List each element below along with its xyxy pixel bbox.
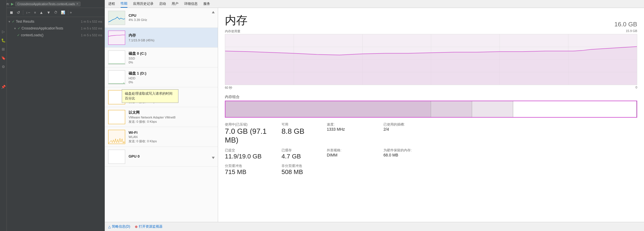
sort-button[interactable]: ≡	[33, 10, 37, 15]
eth2-name: 以太网	[129, 110, 214, 115]
disk0-name: 磁盘 0 (C:)	[129, 51, 214, 56]
composition-label: 内存组合	[225, 94, 637, 99]
run-icon: ▶	[11, 2, 14, 6]
tree-item-results[interactable]: ▼ ✓ Test Results 1 m 5 s 532 ms	[0, 18, 105, 25]
wifi-name: Wi-Fi	[129, 130, 214, 135]
stat-paged-label: 分页缓冲池	[225, 164, 282, 168]
ide-side-strip: ▷ 🐛 ⊞ 🔖 ⚙ 📌	[0, 0, 7, 231]
run-tab-label: CrossdressApplicationTests.contextLoads	[17, 2, 75, 6]
ide-test-tree: ▼ ✓ Test Results 1 m 5 s 532 ms ▼ ✓ Cros…	[0, 17, 105, 231]
stat-hw-label: 为硬件保留的内存:	[383, 148, 440, 153]
summary-info-label: 简略信息(D)	[112, 224, 130, 229]
gpu-mini-chart	[108, 150, 125, 164]
side-icon-run[interactable]: ▷	[1, 28, 6, 35]
stat-committed: 已提交 11.9/19.0 GB	[225, 148, 282, 160]
nav-history[interactable]: 应用历史记录	[133, 0, 153, 7]
list-item-memory[interactable]: 内存 7.1/15.9 GB (45%)	[105, 28, 218, 48]
disk0-mini-chart	[108, 50, 125, 65]
nav-processes[interactable]: 进程	[108, 0, 115, 7]
stat-slots-label: 已使用的插槽:	[383, 122, 440, 127]
stat-speed-value: 1333 MHz	[327, 127, 383, 132]
chart-bottom-row: 60 秒 0	[225, 86, 637, 90]
wifi-sub: WLAN	[129, 135, 214, 139]
stop-button[interactable]: ⏹	[8, 10, 14, 15]
scroll-down-arrow[interactable]	[211, 155, 216, 161]
comp-seg-3	[472, 101, 513, 117]
side-icon-pin[interactable]: 📌	[0, 84, 7, 90]
chart-label-right: 15.9 GB	[626, 29, 637, 33]
stat-in-use-label: 使用中(已压缩)	[225, 122, 282, 127]
wifi-mini-chart	[108, 130, 125, 144]
nav-startup[interactable]: 启动	[159, 0, 166, 7]
side-icon-debug[interactable]: 🐛	[0, 37, 7, 44]
run-tab[interactable]: CrossdressApplicationTests.contextLoads …	[15, 2, 80, 6]
list-item-disk0[interactable]: 磁盘 0 (C:) SSD 0%	[105, 48, 218, 67]
up-button[interactable]: ▲	[38, 10, 44, 15]
stat-committed-label: 已提交	[225, 148, 282, 153]
chart-button[interactable]: 📊	[60, 10, 66, 15]
side-icon-structure[interactable]: ⊞	[1, 46, 6, 52]
detail-header: 内存 16.0 GB	[225, 12, 637, 28]
nav-performance[interactable]: 性能	[121, 0, 127, 8]
stat-available-label: 可用	[282, 122, 327, 127]
scroll-up-arrow[interactable]	[211, 10, 216, 16]
side-icon-bookmark[interactable]: 🔖	[0, 55, 7, 61]
disk1-tooltip: 磁盘处理读取或写入请求的时间百分比	[122, 89, 178, 103]
stat-paged-value: 715 MB	[225, 168, 282, 176]
chart-label-left: 内存使用量	[225, 29, 240, 33]
nav-details[interactable]: 详细信息	[184, 0, 198, 7]
tree-label: Test Results	[16, 20, 34, 24]
stat-cached-label: 已缓存	[282, 148, 327, 153]
tree-duration: 1 m 5 s 532 ms	[81, 20, 102, 23]
taskmanager-panel: 进程 性能 应用历史记录 启动 用户 详细信息 服务 CPU 4% 3.39 G…	[105, 0, 644, 231]
close-icon[interactable]: ✕	[76, 2, 78, 5]
resource-monitor-icon: ⊕	[135, 225, 138, 229]
svg-rect-5	[108, 110, 125, 124]
svg-marker-9	[212, 157, 215, 159]
memory-info: 内存 7.1/15.9 GB (45%)	[129, 33, 214, 43]
stat-hw-reserved: 为硬件保留的内存: 68.0 MB	[383, 148, 440, 160]
comp-seg-2	[431, 101, 472, 117]
detail-title: 内存	[225, 12, 248, 28]
gpu-name: GPU 0	[129, 154, 214, 158]
side-icon-find[interactable]: ⚙	[1, 63, 6, 70]
svg-marker-8	[212, 11, 215, 13]
taskman-detail-panel: 内存 16.0 GB 内存使用量 15.9 GB	[218, 8, 644, 222]
open-resource-monitor-link[interactable]: ⊕ 打开资源监视器	[135, 224, 163, 229]
disk0-info: 磁盘 0 (C:) SSD 0%	[129, 51, 214, 64]
check-icon3: ✓	[17, 33, 20, 37]
clock-button[interactable]: ⏱	[53, 10, 59, 15]
memory-stats-grid: 使用中(已压缩) 7.0 GB (97.1 MB) 可用 8.8 GB 速度: …	[225, 122, 637, 176]
tree-label2: CrossdressApplicationTests	[22, 26, 63, 30]
chart-label-row: 内存使用量 15.9 GB	[225, 29, 637, 33]
cpu-mini-chart	[108, 11, 125, 25]
nav-services[interactable]: 服务	[203, 0, 210, 7]
list-item-eth2[interactable]: 以太网 VMware Network Adapter VMnet8 发送: 0 …	[105, 107, 218, 127]
eth2-sub: VMware Network Adapter VMnet8	[129, 116, 214, 119]
disk1-val: 0%	[129, 80, 214, 84]
tree-item-class[interactable]: ▼ ✓ CrossdressApplicationTests 1 m 5 s 5…	[0, 25, 105, 32]
list-item-gpu[interactable]: GPU 0	[105, 147, 218, 167]
more-icon[interactable]: »	[70, 10, 72, 14]
sort-az-button[interactable]: ↕↔	[25, 10, 32, 15]
memory-sub: 7.1/15.9 GB (45%)	[129, 39, 214, 42]
list-item-wifi[interactable]: Wi-Fi WLAN 发送: 0 接收: 0 Kbps	[105, 127, 218, 147]
check-icon: ✓	[12, 20, 15, 24]
list-item-disk1[interactable]: 磁盘 1 (D:) HDD 0% 磁盘处理读取或写入请求的时间百分比	[105, 67, 218, 87]
rerun-button[interactable]: ↺	[16, 10, 21, 15]
tree-item-method[interactable]: ✓ contextLoads() 1 m 5 s 532 ms	[0, 32, 105, 39]
taskman-nav: 进程 性能 应用历史记录 启动 用户 详细信息 服务	[105, 0, 644, 8]
ide-run-bar: Run: ▶ CrossdressApplicationTests.contex…	[0, 0, 105, 8]
svg-rect-7	[108, 150, 125, 164]
svg-rect-3	[108, 71, 125, 84]
down-button[interactable]: ▼	[46, 10, 52, 15]
stat-in-use-value: 7.0 GB (97.1 MB)	[225, 127, 282, 145]
nav-users[interactable]: 用户	[172, 0, 178, 7]
tree-arrow: ▼	[8, 20, 11, 23]
stat-form-factor: 外形规格: DIMM	[327, 148, 383, 160]
list-item-cpu[interactable]: CPU 4% 3.39 GHz	[105, 8, 218, 28]
memory-chart-container: 内存使用量 15.9 GB	[225, 29, 637, 90]
summary-info-link[interactable]: △ 简略信息(D)	[108, 224, 130, 229]
summary-arrow-icon: △	[108, 225, 111, 229]
stat-paged-pool: 分页缓冲池 715 MB	[225, 164, 282, 176]
